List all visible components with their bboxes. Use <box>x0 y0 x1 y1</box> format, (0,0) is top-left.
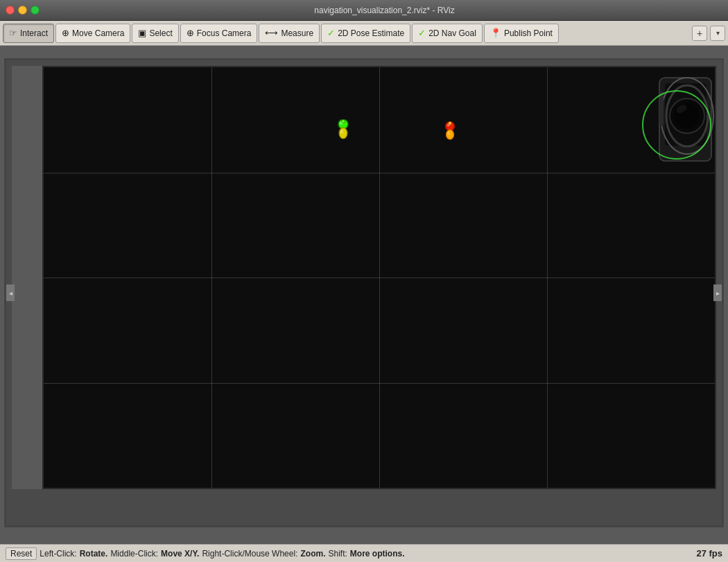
robot-sensor <box>639 66 716 192</box>
statusbar: Reset Left-Click: Rotate. Middle-Click: … <box>0 544 728 562</box>
viewport-container[interactable]: ◂ ▸ <box>0 46 728 544</box>
green-robot-marker <box>335 119 352 139</box>
left-resize-handle[interactable]: ◂ <box>6 284 15 301</box>
pose-estimate-button[interactable]: ✓ 2D Pose Estimate <box>321 24 410 43</box>
publish-point-label: Publish Point <box>504 28 553 38</box>
right-arrow-icon: ▸ <box>716 289 720 297</box>
move-camera-icon: ⊕ <box>62 28 69 38</box>
measure-icon: ⟷ <box>265 28 278 38</box>
nav-goal-button[interactable]: ✓ 2D Nav Goal <box>412 24 483 43</box>
window-controls <box>6 6 40 15</box>
svg-point-2 <box>339 128 347 139</box>
toolbar-extra: + ▾ <box>692 26 725 41</box>
nav-goal-icon: ✓ <box>418 28 426 38</box>
shift-label: Shift: <box>328 549 347 559</box>
shift-action: More options. <box>350 549 405 559</box>
toolbar: ☞ Interact ⊕ Move Camera ▣ Select ⊕ Focu… <box>0 21 728 46</box>
3d-view[interactable] <box>42 66 716 489</box>
fps-counter: 27 fps <box>696 548 722 559</box>
right-resize-handle[interactable]: ▸ <box>713 284 722 301</box>
right-click-action: Zoom. <box>300 549 325 559</box>
svg-point-4 <box>342 120 345 124</box>
chevron-down-icon: ▾ <box>716 29 720 37</box>
minimize-button[interactable] <box>18 6 27 15</box>
interact-icon: ☞ <box>9 28 17 38</box>
focus-camera-icon: ⊕ <box>187 28 194 38</box>
toolbar-menu-button[interactable]: ▾ <box>710 26 725 41</box>
svg-point-9 <box>449 122 451 125</box>
left-panel <box>12 66 42 489</box>
interact-label: Interact <box>20 28 48 38</box>
yellow-robot-marker <box>442 121 458 139</box>
middle-click-action: Move X/Y. <box>161 549 199 559</box>
right-click-label: Right-Click/Mouse Wheel: <box>202 549 297 559</box>
maximize-button[interactable] <box>31 6 40 15</box>
nav-goal-label: 2D Nav Goal <box>428 28 476 38</box>
select-button[interactable]: ▣ Select <box>132 24 178 43</box>
move-camera-button[interactable]: ⊕ Move Camera <box>55 24 130 43</box>
select-label: Select <box>149 28 172 38</box>
middle-click-label: Middle-Click: <box>110 549 158 559</box>
interact-button[interactable]: ☞ Interact <box>3 24 54 43</box>
select-icon: ▣ <box>138 28 146 38</box>
svg-point-8 <box>447 132 450 135</box>
window-container: navigation_visualization_2.rviz* - RViz … <box>0 0 728 562</box>
outer-frame: ◂ ▸ <box>4 58 724 527</box>
left-arrow-icon: ◂ <box>9 289 12 297</box>
svg-point-3 <box>340 130 343 134</box>
focus-camera-button[interactable]: ⊕ Focus Camera <box>180 24 258 43</box>
reset-button[interactable]: Reset <box>6 547 37 560</box>
pose-estimate-label: 2D Pose Estimate <box>338 28 404 38</box>
focus-camera-label: Focus Camera <box>197 28 252 38</box>
left-click-label: Left-Click: <box>40 549 76 559</box>
publish-point-icon: 📍 <box>490 28 501 38</box>
horizontal-crosshair-1 <box>44 173 715 173</box>
left-click-action: Rotate. <box>80 549 108 559</box>
add-tool-button[interactable]: + <box>692 26 707 41</box>
close-button[interactable] <box>6 6 15 15</box>
horizontal-crosshair-3 <box>44 383 715 384</box>
measure-button[interactable]: ⟷ Measure <box>259 24 320 43</box>
publish-point-button[interactable]: 📍 Publish Point <box>484 24 559 43</box>
vertical-crosshair-2 <box>211 67 212 488</box>
svg-point-7 <box>447 130 454 139</box>
pose-estimate-icon: ✓ <box>327 28 335 38</box>
titlebar: navigation_visualization_2.rviz* - RViz <box>0 0 728 21</box>
move-camera-label: Move Camera <box>72 28 124 38</box>
plus-icon: + <box>697 28 702 39</box>
horizontal-crosshair-2 <box>44 278 715 278</box>
window-title: navigation_visualization_2.rviz* - RViz <box>46 6 722 15</box>
green-circle-outline <box>642 90 711 160</box>
measure-label: Measure <box>281 28 313 38</box>
vertical-crosshair-3 <box>547 67 548 488</box>
